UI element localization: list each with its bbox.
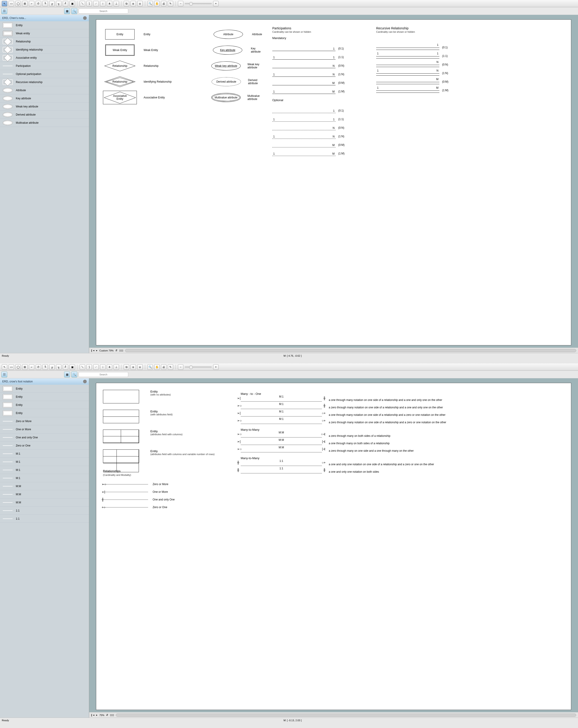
sidebar-item[interactable]: Identifying relationship [0, 46, 89, 54]
sidebar-item[interactable]: Associative entity [0, 54, 89, 62]
sidebar-item[interactable]: Entity [0, 393, 89, 401]
stepper-icon[interactable]: ⇵ [106, 713, 108, 717]
sidebar-item[interactable]: Participation [0, 62, 89, 70]
phone-icon[interactable]: ✆ [36, 1, 41, 6]
sidebar-item[interactable]: Weak entity [0, 29, 89, 37]
sidebar-item[interactable]: Entity [0, 385, 89, 393]
ellipse-tool[interactable]: ◯ [15, 364, 21, 370]
sidebar-item[interactable]: Multivalue attribute [0, 119, 89, 127]
sidebar-item[interactable]: M:1 [0, 466, 89, 474]
sidebar-item[interactable]: Zero or More [0, 417, 89, 425]
sidebar-item[interactable]: M:1 [0, 450, 89, 458]
sidebar-item[interactable]: Weak key attribute [0, 103, 89, 111]
horizontal-scrollbar[interactable] [116, 713, 576, 717]
tool-8[interactable]: ╗ [56, 364, 61, 370]
zoom-out-button[interactable]: − [178, 1, 183, 6]
grid-icon[interactable]: ▦ [64, 371, 70, 378]
tool-9[interactable]: ╝ [63, 1, 68, 6]
eyedropper-tool[interactable]: ✎ [168, 364, 173, 370]
sidebar-item[interactable]: One and only One [0, 434, 89, 442]
sidebar-item[interactable]: Entity [0, 401, 89, 409]
tool-7[interactable]: ╔ [49, 1, 55, 6]
pointer-tool[interactable]: ↖ [2, 364, 7, 370]
tool-14[interactable]: ⟊ [100, 364, 105, 370]
sidebar-item[interactable]: M:1 [0, 474, 89, 482]
sidebar-item[interactable]: Key attribute [0, 94, 89, 103]
rect-tool[interactable]: ▭ [8, 364, 14, 370]
sidebar-item[interactable]: Relationship [0, 37, 89, 46]
pages-icon[interactable]: ▯▯▯ [110, 713, 114, 717]
tool-15[interactable]: ⋔ [107, 364, 112, 370]
close-icon[interactable] [83, 380, 87, 383]
sidebar-item[interactable]: M:1 [0, 458, 89, 466]
tool-6[interactable]: ╚ [43, 364, 48, 370]
sidebar-item[interactable]: M:M [0, 490, 89, 498]
sidebar-header[interactable]: ERD, crow's foot notation [0, 378, 89, 385]
tool-8[interactable]: ╗ [56, 1, 61, 6]
stepper-icon[interactable]: ⇵ [116, 349, 118, 352]
phone-icon[interactable]: ✆ [36, 364, 41, 370]
nav-prev-icon[interactable]: ‖ ◂ [91, 713, 94, 717]
canvas[interactable]: EntityEntityWeak EntityWeak EntityRelati… [96, 19, 571, 345]
tool-6[interactable]: ╚ [43, 1, 48, 6]
zoom-label[interactable]: Custom 79% [99, 349, 114, 352]
grid-icon[interactable]: ▦ [64, 8, 70, 14]
polyline-tool[interactable]: ⟋ [93, 364, 99, 370]
nav-next-icon[interactable]: ▸ [96, 349, 98, 352]
sidebar-item[interactable]: One or More [0, 425, 89, 434]
tool-16[interactable]: ⊥ [114, 364, 119, 370]
tool-7[interactable]: ╔ [49, 364, 55, 370]
sidebar-item[interactable]: Recursive relationship [0, 78, 89, 86]
tool-10[interactable]: ▣ [70, 364, 75, 370]
arc-tool[interactable]: ⟆ [86, 1, 92, 6]
horizontal-scrollbar[interactable] [125, 349, 576, 352]
sidebar-item[interactable]: Entity [0, 409, 89, 417]
tool-15[interactable]: ⋔ [107, 1, 112, 6]
hand-tool[interactable]: ✋ [154, 364, 160, 370]
text-tool[interactable]: ⊞ [22, 364, 28, 370]
line-tool[interactable]: ＼ [80, 1, 85, 6]
sidebar-item[interactable]: Attribute [0, 86, 89, 94]
nav-next-icon[interactable]: ▸ [96, 713, 98, 717]
group-tool[interactable]: ⧉ [124, 1, 129, 6]
ungroup-tool[interactable]: ⧈ [130, 1, 136, 6]
sidebar-item[interactable]: Optional participation [0, 70, 89, 78]
zoom-in-button[interactable]: + [213, 364, 219, 370]
connector-tool[interactable]: ⌐ [29, 364, 34, 370]
ellipse-tool[interactable]: ◯ [15, 1, 21, 6]
pointer-tool[interactable]: ↖ [2, 1, 7, 6]
sidebar-item[interactable]: M:M [0, 482, 89, 490]
tool-14[interactable]: ⟊ [100, 1, 105, 6]
arc-tool[interactable]: ⟆ [86, 364, 92, 370]
zoom-slider[interactable] [185, 3, 212, 4]
connector-tool[interactable]: ⌐ [29, 1, 34, 6]
search-icon[interactable]: 🔍 [71, 8, 77, 14]
pages-icon[interactable]: ▯▯▯ [119, 349, 123, 352]
tool-9[interactable]: ╝ [63, 364, 68, 370]
tool-16[interactable]: ⊥ [114, 1, 119, 6]
sidebar-item[interactable]: 1:1 [0, 515, 89, 523]
sidebar-item[interactable]: Entity [0, 21, 89, 29]
zoom-out-button[interactable]: − [178, 364, 183, 370]
zoom-slider[interactable] [185, 366, 212, 368]
search-input[interactable] [79, 8, 128, 14]
polyline-tool[interactable]: ⟋ [93, 1, 99, 6]
sidebar-item[interactable]: M:M [0, 498, 89, 506]
sidebar-header[interactable]: ERD, Chen's nota... [0, 15, 89, 21]
text-tool[interactable]: ⊞ [22, 1, 28, 6]
search-icon[interactable]: 🔍 [71, 371, 77, 378]
zoom-tool[interactable]: 🔍 [147, 364, 153, 370]
canvas-2[interactable]: Entity(with no attributes)Entity(with at… [96, 383, 571, 710]
zoom-tool[interactable]: 🔍 [147, 1, 153, 6]
group-tool[interactable]: ⧉ [124, 364, 129, 370]
sidebar-item[interactable]: Zero or One [0, 442, 89, 450]
zoom-label[interactable]: 75% [99, 714, 104, 717]
nav-prev-icon[interactable]: ‖ ◂ [91, 349, 94, 352]
ungroup-tool[interactable]: ⧈ [130, 364, 136, 370]
line-tool[interactable]: ＼ [80, 364, 85, 370]
sidebar-item[interactable]: 1:1 [0, 506, 89, 515]
zoom-in-button[interactable]: + [213, 1, 219, 6]
search-input[interactable] [79, 372, 128, 377]
hand-tool[interactable]: ✋ [154, 1, 160, 6]
align-tool[interactable]: ⧇ [137, 364, 143, 370]
